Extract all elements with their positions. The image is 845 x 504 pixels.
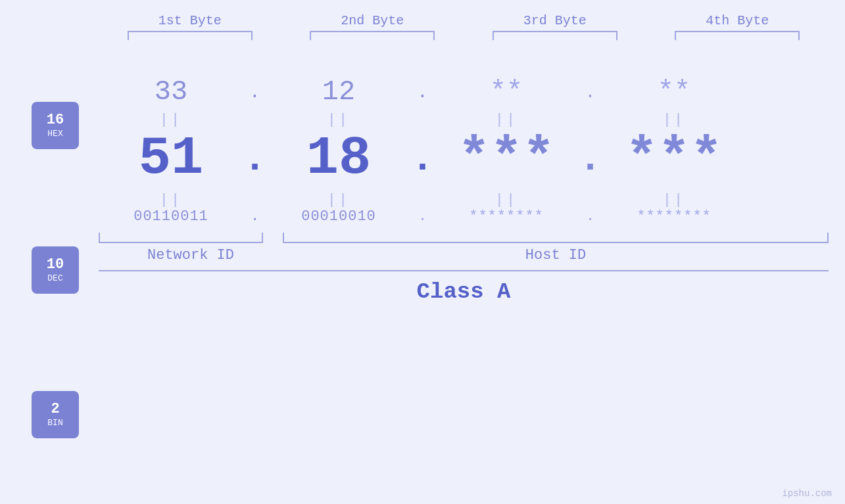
dec-row: 51 . 18 . *** . *** (99, 128, 829, 189)
bin-badge-number: 2 (51, 401, 59, 417)
hex-dot-2: . (411, 82, 434, 103)
hex-badge-label: HEX (47, 129, 62, 139)
top-bracket-2 (310, 31, 435, 40)
hex-value-3: ** (490, 76, 523, 108)
host-bracket (283, 233, 829, 243)
dec-dot-1: . (243, 139, 266, 179)
bin-val-4: ******** (602, 208, 746, 225)
hex-value-4: ** (658, 76, 690, 108)
hex-badge: 16 HEX (32, 102, 79, 149)
byte-header-2: 2nd Byte (300, 13, 445, 28)
hex-val-4: ** (602, 76, 746, 108)
bottom-labels: Network ID Host ID (99, 247, 829, 263)
byte-header-3: 3rd Byte (483, 13, 627, 28)
bin-badge: 2 BIN (32, 391, 79, 438)
dec-badge-label: DEC (47, 273, 62, 283)
page-layout: 16 HEX 10 DEC 2 BIN 1st Byte 2nd Byte 3r… (0, 0, 845, 504)
bin-val-3: ******** (434, 208, 579, 225)
base-badges: 16 HEX 10 DEC 2 BIN (32, 102, 79, 438)
hex-dot-3: . (579, 82, 602, 103)
dec-badge: 10 DEC (32, 246, 79, 294)
top-bracket-4 (675, 31, 800, 40)
dec-value-2: 18 (306, 128, 371, 189)
hex-value-2: 12 (322, 76, 355, 108)
bin-value-1: 00110011 (133, 208, 208, 225)
bin-dot-1: . (243, 208, 266, 225)
dec-value-1: 51 (139, 128, 203, 189)
dec-dot-2: . (411, 139, 434, 179)
top-bracket-1 (128, 31, 253, 40)
hex-val-2: 12 (266, 76, 411, 108)
hex-val-1: 33 (99, 76, 243, 108)
byte-header-4: 4th Byte (665, 13, 809, 28)
dec-val-2: 18 (266, 128, 411, 189)
dec-val-1: 51 (99, 128, 243, 189)
host-id-label: Host ID (283, 247, 829, 263)
hex-val-3: ** (434, 76, 579, 108)
hex-badge-number: 16 (47, 112, 64, 128)
dec-badge-number: 10 (47, 257, 64, 273)
hex-row: 33 . 12 . ** . ** (99, 76, 829, 108)
bin-badge-label: BIN (47, 418, 62, 428)
eq-row-2: || || || || (99, 192, 829, 208)
class-label: Class A (417, 279, 511, 304)
bin-val-2: 00010010 (266, 208, 411, 225)
eq-row-1: || || || || (99, 112, 829, 128)
dec-value-4: *** (625, 128, 723, 189)
bin-row: 00110011 . 00010010 . ******** . *******… (99, 208, 829, 225)
dec-dot-3: . (579, 139, 602, 179)
bin-value-3: ******** (469, 208, 544, 225)
bin-value-2: 00010010 (301, 208, 376, 225)
watermark: ipshu.com (782, 488, 832, 499)
byte-headers-row: 1st Byte 2nd Byte 3rd Byte 4th Byte (99, 13, 829, 28)
top-brackets (99, 31, 829, 40)
bin-value-4: ******** (637, 208, 712, 225)
hex-dot-1: . (243, 82, 266, 103)
network-id-label: Network ID (99, 247, 283, 263)
network-bracket (99, 233, 263, 243)
top-bracket-3 (493, 31, 617, 40)
dec-val-3: *** (434, 128, 579, 189)
bin-dot-3: . (579, 208, 602, 225)
dec-val-4: *** (602, 128, 746, 189)
bottom-section: Network ID Host ID Class A (99, 233, 829, 304)
dec-value-3: *** (458, 128, 555, 189)
bin-dot-2: . (411, 208, 434, 225)
hex-value-1: 33 (155, 76, 187, 108)
byte-header-1: 1st Byte (118, 13, 262, 28)
main-content: 1st Byte 2nd Byte 3rd Byte 4th Byte 33 .… (99, 13, 829, 304)
bin-val-1: 00110011 (99, 208, 243, 225)
class-section: Class A (99, 270, 829, 304)
bottom-brackets (99, 233, 829, 243)
